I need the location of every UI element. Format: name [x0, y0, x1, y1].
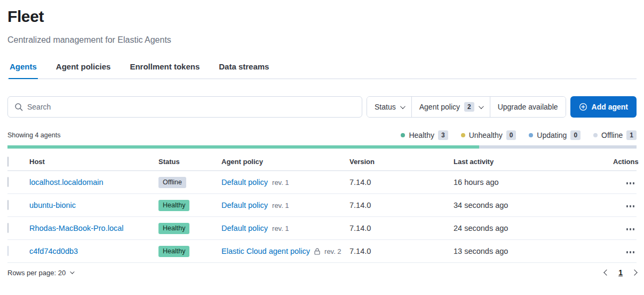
add-agent-label: Add agent: [592, 103, 628, 111]
pagination: 1: [605, 268, 637, 277]
agent-health-bar-fill: [7, 145, 479, 149]
plus-circle-icon: [579, 103, 587, 111]
status-filter-label: Status: [375, 103, 396, 111]
legend-item-unhealthy: Unhealthy 0: [461, 130, 516, 140]
rows-per-page-selector[interactable]: Rows per page: 20: [7, 269, 73, 277]
fleet-page: Fleet Centralized management for Elastic…: [0, 0, 644, 295]
version-cell: 7.14.0: [349, 201, 454, 209]
status-badge: Healthy: [158, 200, 189, 211]
search-input[interactable]: [27, 103, 355, 111]
next-page-button[interactable]: [631, 269, 637, 275]
host-link[interactable]: c4fd74cd0db3: [29, 247, 78, 255]
page-number-1[interactable]: 1: [618, 268, 623, 277]
status-badge: Healthy: [158, 223, 189, 234]
legend-count-badge: 0: [570, 130, 581, 140]
agent-policy-link[interactable]: Default policy: [221, 178, 268, 187]
legend-count-badge: 3: [438, 130, 448, 140]
status-filter-button[interactable]: Status: [367, 97, 412, 117]
agent-health-bar: [7, 145, 637, 149]
column-header-host: Host: [29, 158, 158, 166]
row-checkbox: [7, 246, 9, 256]
table-footer: Rows per page: 20 1: [7, 268, 637, 284]
tab-data-streams[interactable]: Data streams: [218, 57, 270, 79]
policy-revision: rev. 2: [324, 247, 341, 255]
version-cell: 7.14.0: [349, 247, 454, 255]
previous-page-button[interactable]: [604, 269, 610, 275]
tab-bar: Agents Agent policies Enrollment tokens …: [7, 57, 637, 79]
legend-item-healthy: Healthy 3: [401, 130, 448, 140]
summary-row: Showing 4 agents Healthy 3 Unhealthy 0 U…: [7, 130, 637, 140]
legend-count-badge: 0: [506, 130, 516, 140]
toolbar: Status Agent policy 2 Upgrade available …: [7, 96, 637, 118]
select-all-checkbox[interactable]: [7, 157, 9, 167]
status-legend: Healthy 3 Unhealthy 0 Updating 0 Offline…: [401, 130, 637, 140]
row-actions-button[interactable]: [624, 248, 637, 257]
row-checkbox[interactable]: [7, 200, 9, 210]
column-header-actions: Actions: [613, 158, 637, 166]
search-box[interactable]: [7, 96, 362, 118]
table-row: c4fd74cd0db3 Healthy Elastic Cloud agent…: [7, 240, 637, 263]
last-activity-cell: 24 seconds ago: [454, 224, 613, 232]
agent-policy-count-badge: 2: [464, 102, 474, 112]
last-activity-cell: 13 seconds ago: [454, 247, 613, 255]
page-header: Fleet Centralized management for Elastic…: [0, 0, 644, 79]
column-header-last-activity: Last activity: [454, 158, 613, 166]
last-activity-cell: 34 seconds ago: [454, 201, 613, 209]
upgrade-available-filter-button[interactable]: Upgrade available: [490, 97, 566, 117]
filter-group: Status Agent policy 2 Upgrade available: [367, 96, 566, 118]
legend-item-offline: Offline 1: [593, 130, 637, 140]
row-checkbox[interactable]: [7, 223, 9, 233]
version-cell: 7.14.0: [349, 178, 454, 187]
updating-dot-icon: [529, 133, 533, 137]
rows-per-page-label: Rows per page: 20: [7, 269, 66, 277]
agent-policy-link[interactable]: Default policy: [221, 201, 268, 209]
column-header-version: Version: [349, 158, 454, 166]
host-link[interactable]: Rhodas-MacBook-Pro.local: [29, 224, 124, 232]
row-actions-button[interactable]: [624, 225, 637, 234]
showing-agents-text: Showing 4 agents: [7, 131, 60, 139]
tab-agent-policies[interactable]: Agent policies: [55, 57, 112, 79]
tab-enrollment-tokens[interactable]: Enrollment tokens: [129, 57, 201, 79]
agents-table: Host Status Agent policy Version Last ac…: [7, 153, 637, 263]
policy-revision: rev. 1: [272, 224, 289, 232]
agent-policy-filter-label: Agent policy: [419, 103, 460, 111]
legend-label: Healthy: [409, 131, 434, 139]
status-badge: Healthy: [158, 246, 189, 257]
agent-policy-link[interactable]: Elastic Cloud agent policy: [221, 247, 310, 255]
content-area: Status Agent policy 2 Upgrade available …: [0, 96, 644, 284]
unhealthy-dot-icon: [461, 133, 465, 137]
chevron-down-icon: [479, 104, 484, 109]
legend-label: Unhealthy: [469, 131, 503, 139]
table-row: Rhodas-MacBook-Pro.local Healthy Default…: [7, 217, 637, 240]
search-icon: [14, 103, 23, 111]
column-header-agent-policy: Agent policy: [221, 158, 349, 166]
tab-agents[interactable]: Agents: [9, 57, 38, 79]
host-link[interactable]: ubuntu-bionic: [29, 201, 76, 209]
row-actions-button[interactable]: [624, 179, 637, 188]
last-activity-cell: 16 hours ago: [454, 178, 613, 187]
version-cell: 7.14.0: [349, 224, 454, 232]
host-link[interactable]: localhost.localdomain: [29, 178, 104, 187]
lock-icon: [314, 248, 320, 255]
row-checkbox[interactable]: [7, 177, 9, 187]
chevron-down-icon: [70, 269, 74, 274]
page-subtitle: Centralized management for Elastic Agent…: [7, 34, 637, 46]
status-badge: Offline: [158, 177, 186, 188]
table-row: localhost.localdomain Offline Default po…: [7, 171, 637, 194]
policy-revision: rev. 1: [272, 178, 289, 187]
agent-policy-filter-button[interactable]: Agent policy 2: [412, 97, 490, 117]
add-agent-button[interactable]: Add agent: [570, 96, 637, 118]
chevron-down-icon: [400, 104, 406, 109]
agent-policy-link[interactable]: Default policy: [221, 224, 268, 232]
legend-count-badge: 1: [626, 130, 637, 140]
offline-dot-icon: [593, 133, 598, 137]
upgrade-available-label: Upgrade available: [498, 103, 558, 111]
row-actions-button[interactable]: [624, 202, 637, 211]
legend-item-updating: Updating 0: [529, 130, 581, 140]
legend-label: Offline: [601, 131, 623, 139]
table-row: ubuntu-bionic Healthy Default policy rev…: [7, 194, 637, 217]
policy-revision: rev. 1: [272, 201, 289, 209]
page-title: Fleet: [7, 6, 637, 27]
column-header-status: Status: [158, 158, 221, 166]
table-header-row: Host Status Agent policy Version Last ac…: [7, 153, 637, 171]
